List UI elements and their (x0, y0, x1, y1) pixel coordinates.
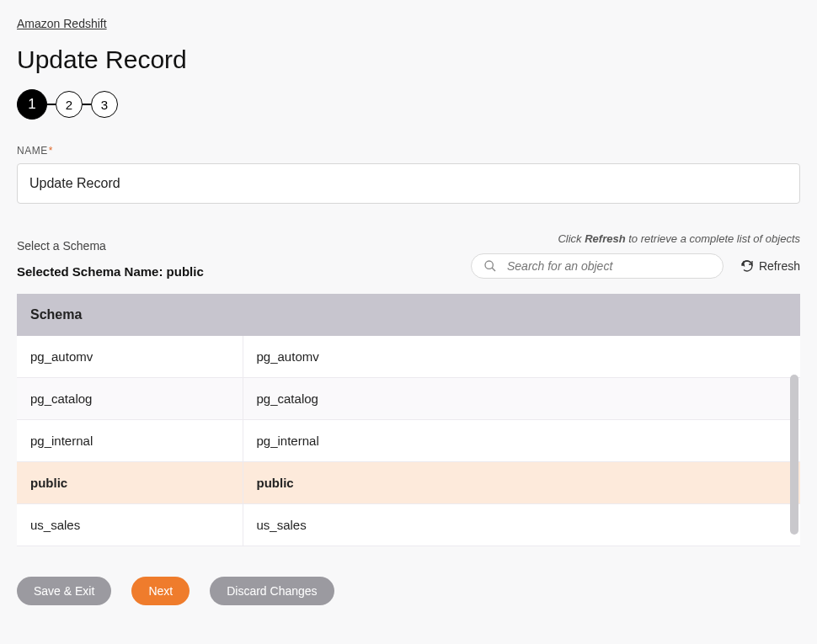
schema-cell: pg_internal (17, 420, 243, 462)
svg-point-0 (485, 261, 493, 269)
schema-cell: us_sales (243, 504, 800, 546)
table-row[interactable]: pg_automvpg_automv (17, 336, 800, 378)
schema-cell: pg_automv (243, 336, 800, 378)
name-field-label: NAME* (17, 145, 800, 157)
select-schema-label: Select a Schema (17, 239, 204, 253)
schema-cell: public (243, 462, 800, 504)
required-marker: * (49, 145, 53, 157)
refresh-hint: Click Refresh to retrieve a complete lis… (471, 232, 800, 245)
step-connector (47, 104, 56, 105)
discard-changes-button[interactable]: Discard Changes (210, 577, 334, 605)
table-header-schema: Schema (17, 294, 800, 336)
refresh-icon (740, 259, 754, 273)
footer-actions: Save & Exit Next Discard Changes (17, 577, 800, 605)
scrollbar-track[interactable] (788, 336, 800, 546)
refresh-button[interactable]: Refresh (740, 259, 800, 273)
schema-cell: pg_catalog (17, 378, 243, 420)
schema-cell: us_sales (17, 504, 243, 546)
schema-table-wrap: Schema pg_automvpg_automvpg_catalogpg_ca… (17, 294, 800, 546)
stepper: 123 (17, 89, 800, 120)
search-icon (483, 259, 497, 273)
table-row[interactable]: pg_catalogpg_catalog (17, 378, 800, 420)
schema-cell: pg_automv (17, 336, 243, 378)
save-exit-button[interactable]: Save & Exit (17, 577, 111, 605)
step-1[interactable]: 1 (17, 89, 47, 120)
step-connector (83, 104, 91, 105)
svg-line-1 (492, 268, 495, 271)
breadcrumb-link[interactable]: Amazon Redshift (17, 17, 107, 30)
selected-schema-name: Selected Schema Name: public (17, 264, 204, 279)
page-title: Update Record (17, 45, 800, 74)
schema-cell: public (17, 462, 243, 504)
next-button[interactable]: Next (131, 577, 190, 605)
schema-table: Schema pg_automvpg_automvpg_catalogpg_ca… (17, 294, 800, 546)
table-row[interactable]: publicpublic (17, 462, 800, 504)
scrollbar-thumb[interactable] (790, 375, 798, 535)
step-2[interactable]: 2 (56, 91, 83, 118)
schema-cell: pg_catalog (243, 378, 800, 420)
name-input[interactable] (17, 163, 800, 204)
search-input[interactable] (505, 258, 711, 274)
table-row[interactable]: pg_internalpg_internal (17, 420, 800, 462)
table-row[interactable]: us_salesus_sales (17, 504, 800, 546)
step-3[interactable]: 3 (91, 91, 118, 118)
search-box[interactable] (471, 253, 724, 279)
schema-cell: pg_internal (243, 420, 800, 462)
